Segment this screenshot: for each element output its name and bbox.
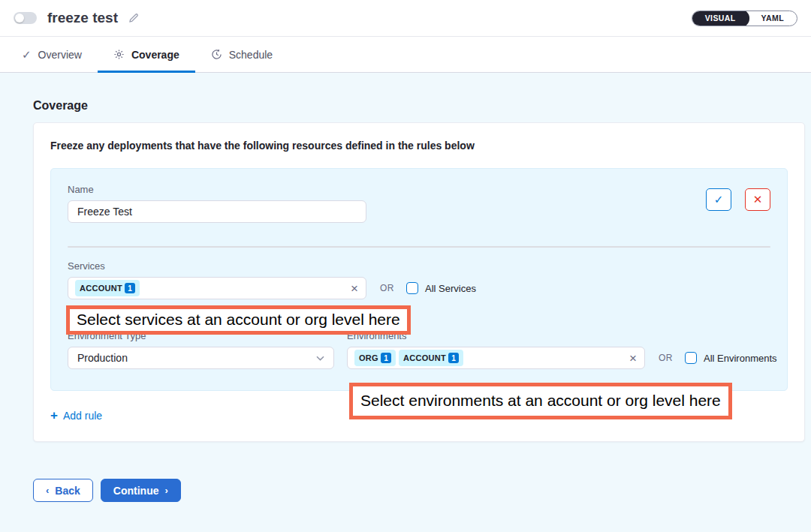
coverage-heading: Coverage (33, 99, 805, 113)
continue-label: Continue (113, 485, 159, 497)
tag-scope-label: ACCOUNT (80, 284, 122, 293)
back-button[interactable]: ‹ Back (33, 479, 93, 502)
yaml-toggle-button[interactable]: YAML (749, 11, 797, 26)
freeze-enable-toggle[interactable] (14, 12, 37, 24)
environments-group: Environments ORG 1 ACCOUNT 1 × (347, 330, 777, 369)
environments-tag-org[interactable]: ORG 1 (354, 350, 396, 366)
name-input[interactable] (68, 200, 366, 223)
continue-button[interactable]: Continue › (101, 479, 181, 502)
tab-schedule[interactable]: Schedule (195, 37, 288, 72)
header: freeze test VISUAL YAML (0, 0, 811, 37)
check-icon: ✓ (714, 193, 724, 206)
add-rule-button[interactable]: + Add rule (50, 409, 102, 422)
page-title: freeze test (47, 10, 118, 26)
back-label: Back (55, 485, 80, 497)
chevron-right-icon: › (164, 485, 167, 495)
environment-type-select[interactable]: Production (68, 347, 334, 369)
all-services-label: All Services (425, 283, 476, 294)
services-label: Services (68, 260, 770, 272)
clear-environments-icon[interactable]: × (629, 352, 637, 365)
cancel-rule-button[interactable]: ✕ (745, 188, 770, 211)
confirm-rule-button[interactable]: ✓ (706, 188, 731, 211)
services-input[interactable]: ACCOUNT 1 × (68, 277, 366, 299)
environment-type-group: Environment Type Production (68, 330, 334, 369)
name-label: Name (68, 184, 366, 195)
tag-scope-label: ORG (359, 353, 378, 362)
edit-pencil-icon[interactable] (128, 12, 140, 24)
divider (68, 246, 770, 248)
freeze-studio-page: { "header": { "title": "freeze test", "f… (0, 0, 811, 532)
all-environments-checkbox[interactable] (685, 352, 697, 364)
environments-tag-account[interactable]: ACCOUNT 1 (399, 350, 463, 366)
tab-bar: ✓ Overview Coverage Schedule (0, 37, 811, 73)
rule-card: Name ✓ ✕ Services (50, 168, 788, 391)
chevron-down-icon (316, 356, 324, 361)
tab-overview[interactable]: ✓ Overview (6, 37, 98, 72)
or-label: OR (659, 353, 673, 363)
tab-schedule-label: Schedule (229, 49, 273, 61)
visual-toggle-button[interactable]: VISUAL (692, 11, 749, 26)
name-field-group: Name (68, 184, 366, 223)
clear-services-icon[interactable]: × (351, 282, 358, 295)
add-rule-label: Add rule (63, 410, 102, 422)
toggle-knob (15, 14, 24, 23)
tag-scope-label: ACCOUNT (403, 353, 446, 362)
all-services-checkbox[interactable] (406, 282, 418, 294)
environments-label: Environments (347, 330, 777, 341)
all-environments-label: All Environments (704, 353, 777, 364)
environments-input[interactable]: ORG 1 ACCOUNT 1 × (347, 347, 645, 369)
tag-count-badge: 1 (125, 283, 135, 293)
rule-description: Freeze any deployments that have the fol… (50, 140, 788, 152)
tab-coverage[interactable]: Coverage (98, 37, 195, 72)
tag-count-badge: 1 (381, 353, 391, 363)
visual-yaml-switch: VISUAL YAML (692, 11, 797, 26)
annotation-environments-note: Select environments at an account or org… (349, 383, 732, 419)
close-icon: ✕ (753, 193, 763, 206)
plus-icon: + (50, 409, 58, 422)
gear-icon (113, 49, 125, 60)
schedule-clock-icon (211, 49, 222, 60)
tab-coverage-label: Coverage (131, 49, 179, 61)
annotation-services-note: Select services at an account or org lev… (66, 305, 411, 335)
or-label: OR (380, 283, 394, 293)
environment-type-value: Production (77, 352, 128, 364)
services-tag-account[interactable]: ACCOUNT 1 (75, 280, 140, 296)
chevron-left-icon: ‹ (46, 485, 49, 495)
tag-count-badge: 1 (448, 353, 459, 363)
services-field-group: Services ACCOUNT 1 × OR All Services (68, 260, 770, 299)
tab-overview-label: Overview (38, 49, 82, 61)
check-icon: ✓ (22, 49, 32, 60)
footer-actions: ‹ Back Continue › (33, 479, 811, 502)
